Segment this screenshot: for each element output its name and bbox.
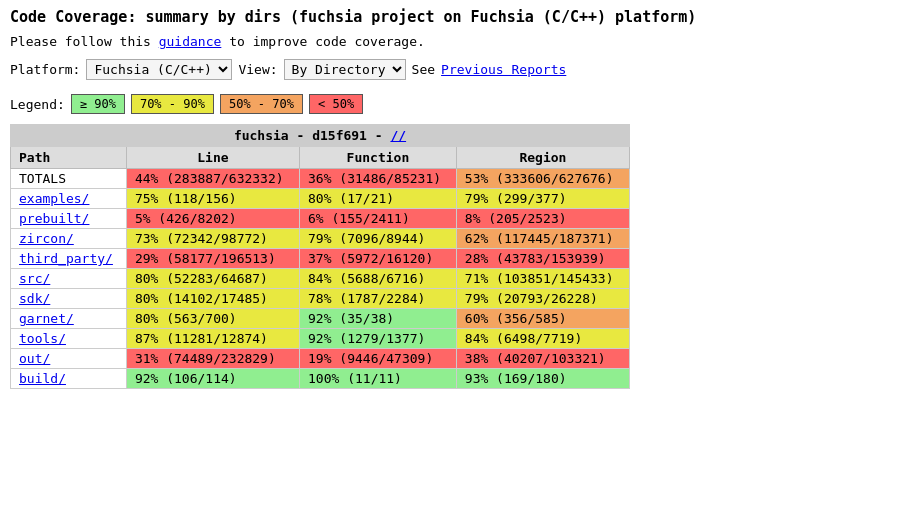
line-cell: 75% (118/156) — [126, 189, 299, 209]
line-cell: 80% (14102/17485) — [126, 289, 299, 309]
previous-reports-link[interactable]: Previous Reports — [441, 62, 566, 77]
table-row: out/31% (74489/232829)19% (9446/47309)38… — [11, 349, 630, 369]
function-cell: 79% (7096/8944) — [300, 229, 457, 249]
function-cell: 92% (35/38) — [300, 309, 457, 329]
totals-function: 36% (31486/85231) — [300, 169, 457, 189]
legend-label: Legend: — [10, 97, 65, 112]
path-cell: third_party/ — [11, 249, 127, 269]
line-cell: 31% (74489/232829) — [126, 349, 299, 369]
function-cell: 78% (1787/2284) — [300, 289, 457, 309]
function-cell: 100% (11/11) — [300, 369, 457, 389]
path-link[interactable]: zircon/ — [19, 231, 74, 246]
table-row: tools/87% (11281/12874)92% (1279/1377)84… — [11, 329, 630, 349]
table-row: prebuilt/5% (426/8202)6% (155/2411)8% (2… — [11, 209, 630, 229]
region-cell: 71% (103851/145433) — [456, 269, 629, 289]
table-row: build/92% (106/114)100% (11/11)93% (169/… — [11, 369, 630, 389]
legend: Legend: ≥ 90% 70% - 90% 50% - 70% < 50% — [10, 94, 910, 114]
path-link[interactable]: tools/ — [19, 331, 66, 346]
view-label: View: — [238, 62, 277, 77]
view-select[interactable]: By Directory — [284, 59, 406, 80]
path-link[interactable]: third_party/ — [19, 251, 113, 266]
region-cell: 62% (117445/187371) — [456, 229, 629, 249]
path-cell: garnet/ — [11, 309, 127, 329]
path-link[interactable]: garnet/ — [19, 311, 74, 326]
col-path-header: Path — [11, 147, 127, 169]
see-label: See — [412, 62, 435, 77]
line-cell: 29% (58177/196513) — [126, 249, 299, 269]
section-title-link[interactable]: // — [390, 128, 406, 143]
line-cell: 92% (106/114) — [126, 369, 299, 389]
region-cell: 8% (205/2523) — [456, 209, 629, 229]
guidance-line: Please follow this guidance to improve c… — [10, 34, 910, 49]
guidance-link[interactable]: guidance — [159, 34, 222, 49]
legend-badge-50: < 50% — [309, 94, 363, 114]
col-function-header: Function — [300, 147, 457, 169]
totals-region: 53% (333606/627676) — [456, 169, 629, 189]
platform-select[interactable]: Fuchsia (C/C++) — [86, 59, 232, 80]
legend-badge-90: ≥ 90% — [71, 94, 125, 114]
table-row: sdk/80% (14102/17485)78% (1787/2284)79% … — [11, 289, 630, 309]
path-cell: prebuilt/ — [11, 209, 127, 229]
platform-label: Platform: — [10, 62, 80, 77]
line-cell: 80% (563/700) — [126, 309, 299, 329]
function-cell: 84% (5688/6716) — [300, 269, 457, 289]
platform-view-line: Platform: Fuchsia (C/C++) View: By Direc… — [10, 59, 910, 80]
line-cell: 80% (52283/64687) — [126, 269, 299, 289]
region-cell: 38% (40207/103321) — [456, 349, 629, 369]
function-cell: 92% (1279/1377) — [300, 329, 457, 349]
table-row: examples/75% (118/156)80% (17/21)79% (29… — [11, 189, 630, 209]
table-row: zircon/73% (72342/98772)79% (7096/8944)6… — [11, 229, 630, 249]
totals-line: 44% (283887/632332) — [126, 169, 299, 189]
function-cell: 37% (5972/16120) — [300, 249, 457, 269]
guidance-prefix: Please follow this — [10, 34, 159, 49]
totals-row: TOTALS 44% (283887/632332) 36% (31486/85… — [11, 169, 630, 189]
line-cell: 5% (426/8202) — [126, 209, 299, 229]
region-cell: 79% (20793/26228) — [456, 289, 629, 309]
function-cell: 6% (155/2411) — [300, 209, 457, 229]
path-cell: tools/ — [11, 329, 127, 349]
path-link[interactable]: build/ — [19, 371, 66, 386]
guidance-suffix: to improve code coverage. — [221, 34, 425, 49]
table-row: src/80% (52283/64687)84% (5688/6716)71% … — [11, 269, 630, 289]
region-cell: 79% (299/377) — [456, 189, 629, 209]
legend-badge-70-90: 70% - 90% — [131, 94, 214, 114]
region-cell: 60% (356/585) — [456, 309, 629, 329]
function-cell: 19% (9446/47309) — [300, 349, 457, 369]
line-cell: 87% (11281/12874) — [126, 329, 299, 349]
page-title: Code Coverage: summary by dirs (fuchsia … — [10, 8, 910, 26]
column-header-row: Path Line Function Region — [11, 147, 630, 169]
path-link[interactable]: examples/ — [19, 191, 89, 206]
table-row: garnet/80% (563/700)92% (35/38)60% (356/… — [11, 309, 630, 329]
section-header-row: fuchsia - d15f691 - // — [11, 125, 630, 147]
col-line-header: Line — [126, 147, 299, 169]
path-cell: sdk/ — [11, 289, 127, 309]
path-cell: examples/ — [11, 189, 127, 209]
coverage-table: fuchsia - d15f691 - // Path Line Functio… — [10, 124, 630, 389]
region-cell: 28% (43783/153939) — [456, 249, 629, 269]
legend-badge-50-70: 50% - 70% — [220, 94, 303, 114]
path-link[interactable]: out/ — [19, 351, 50, 366]
path-cell: out/ — [11, 349, 127, 369]
totals-label: TOTALS — [11, 169, 127, 189]
path-link[interactable]: src/ — [19, 271, 50, 286]
path-link[interactable]: sdk/ — [19, 291, 50, 306]
path-cell: zircon/ — [11, 229, 127, 249]
section-header: fuchsia - d15f691 - // — [11, 125, 630, 147]
line-cell: 73% (72342/98772) — [126, 229, 299, 249]
table-row: third_party/29% (58177/196513)37% (5972/… — [11, 249, 630, 269]
region-cell: 84% (6498/7719) — [456, 329, 629, 349]
region-cell: 93% (169/180) — [456, 369, 629, 389]
function-cell: 80% (17/21) — [300, 189, 457, 209]
section-title-prefix: fuchsia - d15f691 - — [234, 128, 391, 143]
path-cell: src/ — [11, 269, 127, 289]
path-link[interactable]: prebuilt/ — [19, 211, 89, 226]
col-region-header: Region — [456, 147, 629, 169]
path-cell: build/ — [11, 369, 127, 389]
